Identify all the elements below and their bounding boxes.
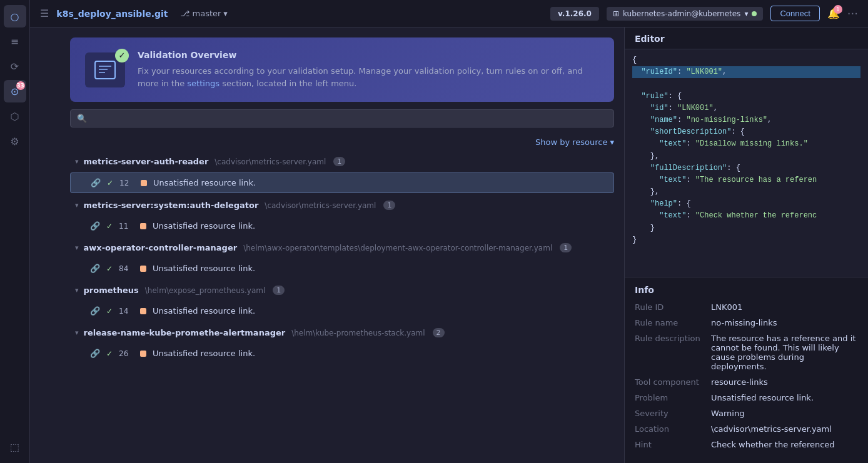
resource-name-5: release-name-kube-promethe-alertmanager [84, 328, 286, 337]
resource-path-1: \cadvisor\metrics-server.yaml [214, 157, 326, 166]
sidebar-item-home[interactable]: ○ [4, 5, 26, 27]
issue-line-number: 12 [119, 179, 134, 187]
issue-row-2-1[interactable]: 🔗 ✓ 11 Unsatisfied resource link. [70, 216, 614, 236]
main-area: ✓ Validation Overview Fix your resources… [60, 27, 868, 463]
info-row-rule-name: Rule name no-missing-links [635, 318, 858, 327]
cluster-icon: ⊞ [613, 9, 619, 18]
cluster-chevron: ▾ [744, 9, 748, 18]
version-badge: v.1.26.0 [550, 7, 599, 21]
branch-chevron: ▾ [223, 9, 228, 18]
resource-group-1: ▾ metrics-server-auth-reader \cadvisor\m… [70, 152, 614, 193]
resource-group-2: ▾ metrics-server:system:auth-delegator \… [70, 196, 614, 236]
info-row-rule-desc: Rule description The resource has a refe… [635, 334, 858, 371]
info-row-problem: Problem Unsatisfied resource link. [635, 393, 858, 402]
topbar: ☰ k8s_deploy_ansible.git ⎇ master ▾ v.1.… [30, 0, 868, 27]
resource-path-2: \cadvisor\metrics-server.yaml [265, 201, 376, 210]
sidebar-item-validation[interactable]: ⊙ 33 [4, 80, 26, 102]
resource-header-5[interactable]: ▾ release-name-kube-promethe-alertmanage… [70, 323, 614, 342]
code-line-13: } [632, 224, 655, 232]
sidebar-item-sync[interactable]: ⟳ [4, 55, 26, 77]
resource-group-5: ▾ release-name-kube-promethe-alertmanage… [70, 323, 614, 363]
info-label-rule-id: Rule ID [635, 302, 704, 312]
settings-link[interactable]: settings [187, 79, 220, 88]
connection-status-dot [752, 11, 757, 16]
toolbar: Show by resource ▾ [60, 135, 624, 152]
resource-chevron-4: ▾ [75, 286, 79, 294]
info-label-rule-name: Rule name [635, 318, 704, 327]
resource-list: ▾ metrics-server-auth-reader \cadvisor\m… [60, 152, 624, 463]
check-icon: ✓ [107, 179, 113, 187]
warning-dot-5 [140, 351, 146, 357]
info-value-rule-name: no-missing-links [711, 318, 777, 327]
resource-count-1: 1 [333, 157, 345, 166]
issue-line-number-4: 14 [119, 307, 134, 316]
resource-count-3: 1 [560, 243, 572, 252]
link-icon: 🔗 [91, 178, 101, 187]
issue-text-2: Unsatisfied resource link. [153, 221, 255, 231]
info-value-hint: Check whether the referenced [711, 440, 835, 449]
issue-line-number-5: 26 [119, 349, 134, 358]
info-value-location: \cadvisor\metrics-server.yaml [711, 424, 832, 434]
resource-header-4[interactable]: ▾ prometheus \helm\expose_prometheus.yam… [70, 281, 614, 300]
info-row-tool-component: Tool component resource-links [635, 377, 858, 387]
check-icon-3: ✓ [106, 264, 113, 273]
resource-path-5: \helm\kube-prometheus-stack.yaml [291, 329, 425, 337]
warning-dot-3 [140, 266, 146, 272]
info-label-location: Location [635, 424, 704, 434]
editor-section: Editor { "ruleId": "LNK001", "rule": { "… [625, 27, 868, 277]
sidebar-item-settings[interactable]: ⚙ [4, 130, 26, 152]
banner-icon-area: ✓ [85, 52, 125, 87]
sidebar-item-graph[interactable]: ⬡ [4, 105, 26, 127]
issue-line-number-2: 11 [119, 222, 134, 231]
info-row-hint: Hint Check whether the referenced [635, 440, 858, 449]
editor-title: Editor [625, 27, 868, 49]
show-by-resource-chevron: ▾ [610, 137, 614, 147]
issue-row-3-1[interactable]: 🔗 ✓ 84 Unsatisfied resource link. [70, 259, 614, 278]
menu-icon[interactable]: ☰ [40, 7, 49, 19]
app-title: k8s_deploy_ansible.git [56, 9, 168, 19]
resource-chevron-5: ▾ [75, 329, 79, 337]
issue-row-4-1[interactable]: 🔗 ✓ 14 Unsatisfied resource link. [70, 301, 614, 321]
resource-name-3: awx-operator-controller-manager [84, 243, 238, 252]
search-input[interactable] [92, 114, 607, 123]
code-line-5: "shortDescription": { [632, 127, 745, 136]
link-icon-2: 🔗 [90, 221, 100, 231]
sidebar-item-monitor[interactable]: ⬚ [4, 436, 26, 458]
code-line-8: "fullDescription": { [632, 164, 740, 172]
resource-header-3[interactable]: ▾ awx-operator-controller-manager \helm\… [70, 238, 614, 257]
check-icon-2: ✓ [106, 222, 113, 231]
cluster-badge[interactable]: ⊞ kubernetes-admin@kubernetes ▾ [607, 7, 764, 21]
more-options-icon[interactable]: ··· [847, 7, 858, 20]
issue-row-5-1[interactable]: 🔗 ✓ 26 Unsatisfied resource link. [70, 344, 614, 363]
resource-header-2[interactable]: ▾ metrics-server:system:auth-delegator \… [70, 196, 614, 215]
resource-chevron-1: ▾ [75, 157, 79, 166]
connect-button[interactable]: Connect [770, 6, 819, 21]
resource-group-3: ▾ awx-operator-controller-manager \helm\… [70, 238, 614, 278]
info-label-problem: Problem [635, 393, 704, 402]
link-icon-4: 🔗 [90, 306, 100, 316]
code-line-2: "rule": { [632, 92, 682, 101]
issue-text-3: Unsatisfied resource link. [153, 264, 255, 273]
right-panel: 《 Editor { "ruleId": "LNK001", "rule": {… [624, 27, 868, 463]
resource-name-4: prometheus [84, 286, 139, 295]
link-icon-3: 🔗 [90, 264, 100, 273]
resource-count-5: 2 [433, 328, 445, 337]
sidebar-item-menu[interactable]: ≡ [4, 30, 26, 52]
info-label-severity: Severity [635, 409, 704, 418]
resource-header-1[interactable]: ▾ metrics-server-auth-reader \cadvisor\m… [70, 152, 614, 171]
notification-icon[interactable]: 🔔 1 [827, 7, 840, 19]
branch-selector[interactable]: ⎇ master ▾ [181, 9, 228, 18]
issue-row-1-1[interactable]: 🔗 ✓ 12 Unsatisfied resource link. [70, 172, 614, 193]
info-value-problem: Unsatisfied resource link. [711, 393, 814, 402]
resource-path-3: \helm\awx-operator\templates\deployment-… [243, 244, 552, 252]
info-section: Info Rule ID LNK001 Rule name no-missing… [625, 277, 868, 463]
code-line-14: } [632, 236, 637, 244]
editor-content[interactable]: { "ruleId": "LNK001", "rule": { "id": "L… [625, 49, 868, 277]
issue-text-5: Unsatisfied resource link. [153, 349, 255, 358]
code-line-3: "id": "LNK001", [632, 104, 718, 112]
check-icon-5: ✓ [106, 349, 113, 358]
info-row-severity: Severity Warning [635, 409, 858, 418]
collapse-panel-button[interactable]: 《 [624, 228, 625, 263]
info-label-tool-component: Tool component [635, 377, 704, 387]
show-by-resource-button[interactable]: Show by resource ▾ [535, 137, 614, 147]
